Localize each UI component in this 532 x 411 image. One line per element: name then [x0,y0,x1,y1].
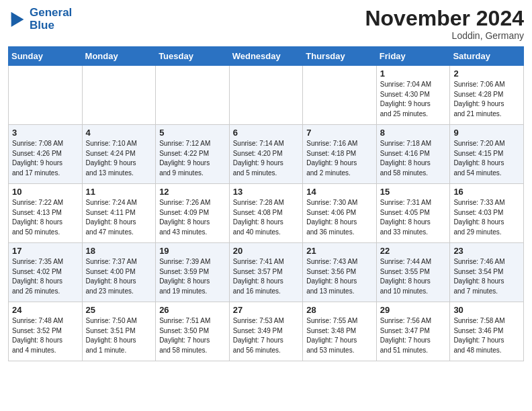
logo: General Blue [8,7,72,32]
calendar-cell: 20Sunrise: 7:41 AM Sunset: 3:57 PM Dayli… [229,243,303,302]
day-number: 10 [12,187,79,197]
calendar-week-row: 3Sunrise: 7:08 AM Sunset: 4:26 PM Daylig… [9,125,524,184]
weekday-header: Wednesday [229,47,303,66]
month-title: November 2024 [365,7,524,30]
calendar-cell: 10Sunrise: 7:22 AM Sunset: 4:13 PM Dayli… [9,184,83,243]
day-number: 23 [453,246,520,256]
day-number: 17 [12,246,79,256]
calendar-cell: 9Sunrise: 7:20 AM Sunset: 4:15 PM Daylig… [450,125,524,184]
location: Loddin, Germany [365,30,524,41]
day-info: Sunrise: 7:28 AM Sunset: 4:08 PM Dayligh… [233,198,300,237]
calendar-cell: 26Sunrise: 7:51 AM Sunset: 3:50 PM Dayli… [156,302,230,361]
day-info: Sunrise: 7:33 AM Sunset: 4:03 PM Dayligh… [453,198,520,237]
calendar-cell: 23Sunrise: 7:46 AM Sunset: 3:54 PM Dayli… [450,243,524,302]
calendar-cell: 4Sunrise: 7:10 AM Sunset: 4:24 PM Daylig… [82,125,156,184]
day-number: 4 [86,128,152,138]
calendar-cell [303,66,377,125]
calendar-cell [9,66,83,125]
svg-marker-2 [11,12,24,19]
day-number: 13 [233,187,300,197]
day-number: 1 [380,68,447,79]
calendar-cell: 14Sunrise: 7:30 AM Sunset: 4:06 PM Dayli… [303,184,377,243]
calendar-cell: 29Sunrise: 7:56 AM Sunset: 3:47 PM Dayli… [376,302,450,361]
calendar-cell: 13Sunrise: 7:28 AM Sunset: 4:08 PM Dayli… [229,184,303,243]
calendar-week-row: 17Sunrise: 7:35 AM Sunset: 4:02 PM Dayli… [9,243,524,302]
day-info: Sunrise: 7:22 AM Sunset: 4:13 PM Dayligh… [12,198,79,237]
calendar-cell: 21Sunrise: 7:43 AM Sunset: 3:56 PM Dayli… [303,243,377,302]
calendar-cell: 2Sunrise: 7:06 AM Sunset: 4:28 PM Daylig… [450,66,524,125]
day-number: 20 [233,246,300,256]
calendar-cell: 18Sunrise: 7:37 AM Sunset: 4:00 PM Dayli… [82,243,156,302]
day-number: 25 [86,305,152,315]
day-info: Sunrise: 7:31 AM Sunset: 4:05 PM Dayligh… [380,198,447,237]
calendar-cell: 6Sunrise: 7:14 AM Sunset: 4:20 PM Daylig… [229,125,303,184]
day-info: Sunrise: 7:35 AM Sunset: 4:02 PM Dayligh… [12,257,79,296]
day-number: 19 [159,246,226,256]
day-info: Sunrise: 7:44 AM Sunset: 3:55 PM Dayligh… [380,257,447,296]
day-number: 28 [306,305,373,315]
calendar-cell: 3Sunrise: 7:08 AM Sunset: 4:26 PM Daylig… [9,125,83,184]
calendar-cell: 8Sunrise: 7:18 AM Sunset: 4:16 PM Daylig… [376,125,450,184]
calendar-cell [156,66,230,125]
day-number: 5 [159,128,226,138]
calendar-table: SundayMondayTuesdayWednesdayThursdayFrid… [8,46,524,361]
calendar-cell: 12Sunrise: 7:26 AM Sunset: 4:09 PM Dayli… [156,184,230,243]
day-info: Sunrise: 7:04 AM Sunset: 4:30 PM Dayligh… [380,80,447,119]
day-number: 8 [380,128,447,138]
day-info: Sunrise: 7:53 AM Sunset: 3:49 PM Dayligh… [233,316,300,355]
day-info: Sunrise: 7:18 AM Sunset: 4:16 PM Dayligh… [380,139,447,178]
day-info: Sunrise: 7:06 AM Sunset: 4:28 PM Dayligh… [453,80,520,119]
calendar-cell [229,66,303,125]
calendar-cell: 5Sunrise: 7:12 AM Sunset: 4:22 PM Daylig… [156,125,230,184]
calendar-cell: 28Sunrise: 7:55 AM Sunset: 3:48 PM Dayli… [303,302,377,361]
day-number: 18 [86,246,152,256]
day-number: 24 [12,305,79,315]
day-number: 29 [380,305,447,315]
day-info: Sunrise: 7:51 AM Sunset: 3:50 PM Dayligh… [159,316,226,355]
day-number: 27 [233,305,300,315]
calendar-cell: 25Sunrise: 7:50 AM Sunset: 3:51 PM Dayli… [82,302,156,361]
calendar-cell: 30Sunrise: 7:58 AM Sunset: 3:46 PM Dayli… [450,302,524,361]
calendar-cell: 24Sunrise: 7:48 AM Sunset: 3:52 PM Dayli… [9,302,83,361]
page-header: General Blue November 2024 Loddin, Germa… [8,7,524,41]
day-number: 2 [453,68,520,79]
day-number: 7 [306,128,373,138]
day-info: Sunrise: 7:14 AM Sunset: 4:20 PM Dayligh… [233,139,300,178]
calendar-week-row: 1Sunrise: 7:04 AM Sunset: 4:30 PM Daylig… [9,66,524,125]
calendar-cell: 17Sunrise: 7:35 AM Sunset: 4:02 PM Dayli… [9,243,83,302]
day-info: Sunrise: 7:43 AM Sunset: 3:56 PM Dayligh… [306,257,373,296]
calendar-cell: 19Sunrise: 7:39 AM Sunset: 3:59 PM Dayli… [156,243,230,302]
day-info: Sunrise: 7:16 AM Sunset: 4:18 PM Dayligh… [306,139,373,178]
day-number: 9 [453,128,520,138]
day-number: 21 [306,246,373,256]
day-info: Sunrise: 7:48 AM Sunset: 3:52 PM Dayligh… [12,316,79,355]
day-info: Sunrise: 7:46 AM Sunset: 3:54 PM Dayligh… [453,257,520,296]
calendar-cell: 1Sunrise: 7:04 AM Sunset: 4:30 PM Daylig… [376,66,450,125]
day-info: Sunrise: 7:24 AM Sunset: 4:11 PM Dayligh… [86,198,152,237]
day-info: Sunrise: 7:08 AM Sunset: 4:26 PM Dayligh… [12,139,79,178]
day-info: Sunrise: 7:41 AM Sunset: 3:57 PM Dayligh… [233,257,300,296]
day-number: 30 [453,305,520,315]
calendar-cell: 7Sunrise: 7:16 AM Sunset: 4:18 PM Daylig… [303,125,377,184]
calendar-header-row: SundayMondayTuesdayWednesdayThursdayFrid… [9,47,524,66]
calendar-cell: 15Sunrise: 7:31 AM Sunset: 4:05 PM Dayli… [376,184,450,243]
calendar-cell: 11Sunrise: 7:24 AM Sunset: 4:11 PM Dayli… [82,184,156,243]
day-info: Sunrise: 7:39 AM Sunset: 3:59 PM Dayligh… [159,257,226,296]
weekday-header: Tuesday [156,47,230,66]
day-number: 14 [306,187,373,197]
day-info: Sunrise: 7:30 AM Sunset: 4:06 PM Dayligh… [306,198,373,237]
logo-icon [8,10,27,29]
weekday-header: Sunday [9,47,83,66]
day-number: 16 [453,187,520,197]
day-info: Sunrise: 7:37 AM Sunset: 4:00 PM Dayligh… [86,257,152,296]
day-info: Sunrise: 7:55 AM Sunset: 3:48 PM Dayligh… [306,316,373,355]
calendar-cell: 22Sunrise: 7:44 AM Sunset: 3:55 PM Dayli… [376,243,450,302]
calendar-cell [82,66,156,125]
day-number: 12 [159,187,226,197]
day-number: 11 [86,187,152,197]
day-number: 6 [233,128,300,138]
day-info: Sunrise: 7:50 AM Sunset: 3:51 PM Dayligh… [86,316,152,355]
calendar-cell: 16Sunrise: 7:33 AM Sunset: 4:03 PM Dayli… [450,184,524,243]
calendar-week-row: 10Sunrise: 7:22 AM Sunset: 4:13 PM Dayli… [9,184,524,243]
logo-text: General Blue [30,7,72,32]
